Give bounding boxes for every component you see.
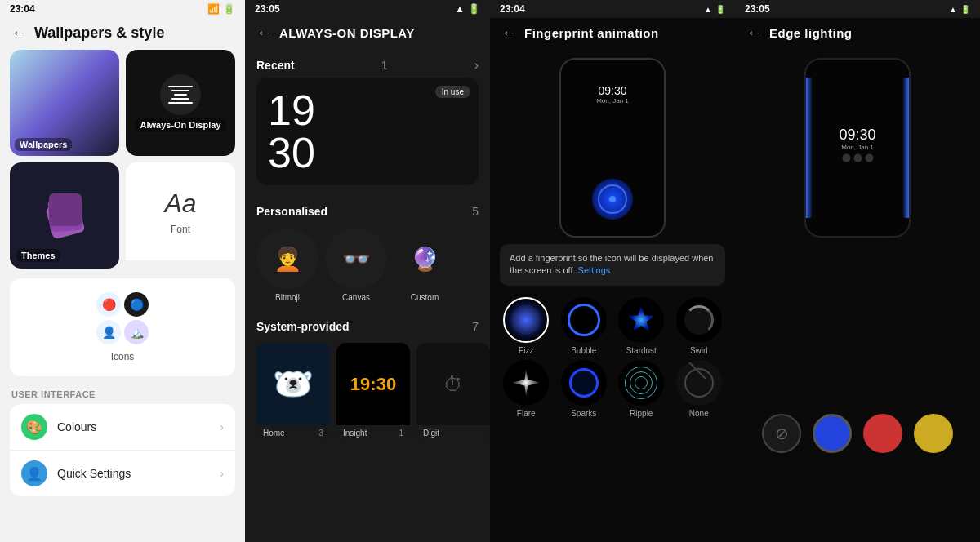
status-bar-4: 23:05 ▲ 🔋 [735,0,980,18]
status-bar-2: 23:05 ▲ 🔋 [245,0,490,18]
panel-title-1: Wallpapers & style [34,24,164,42]
custom-item[interactable]: 🔮 Custom [394,228,456,302]
fizz-label: Fizz [519,346,533,355]
edge-phone-preview: 09:30 Mon, Jan 1 [735,50,980,238]
time-3: 23:04 [500,3,525,15]
digit-card[interactable]: ⏱ Digit [416,343,490,441]
edge-music-icons [839,154,875,162]
none-color-icon: ⊘ [775,424,789,443]
themes-label: Themes [16,249,60,262]
bitmoji-emoji: 🧑‍🦱 [274,246,302,273]
edge-glow-left [806,78,813,219]
themes-icon [42,193,87,238]
bubble-item[interactable]: Bubble [558,297,611,355]
colours-icon: 🎨 [21,414,47,440]
aod-preview-card[interactable]: In use 19 30 [256,78,479,185]
phone-frame: 09:30 Mon, Jan 1 [559,58,666,238]
edge-spacer [735,238,980,401]
stardust-circle [618,297,664,343]
bubble-ring [568,304,600,336]
time-1: 23:04 [10,3,35,15]
music-dot-2 [853,154,862,162]
none-item[interactable]: None [673,360,726,418]
battery-icon: 🔋 [223,3,235,15]
sparks-item[interactable]: Sparks [558,360,611,418]
edge-glow-right [902,78,909,219]
wallpapers-label: Wallpapers [15,138,72,151]
quick-settings-label: Quick Settings [57,467,210,480]
color-gold-option[interactable] [914,414,953,453]
bitmoji-item[interactable]: 🧑‍🦱 Bitmoji [256,228,318,302]
none-label: None [689,409,709,418]
phone-screen: 09:30 Mon, Jan 1 [561,60,664,236]
edge-phone-time: 09:30 [839,127,875,144]
home-card-name: Home [263,429,285,438]
themes-item[interactable]: Themes [10,162,119,269]
quick-settings-menu-item[interactable]: 👤 Quick Settings › [10,451,235,496]
system-section: System-provided 7 🐻‍❄️ Home 3 19:30 [245,312,490,451]
back-button-2[interactable]: ← [256,24,271,42]
icon-bubble-1: 🔴 [96,292,121,317]
phone-time: 09:30 [596,84,629,97]
icon-bubble-2: 🔵 [124,292,149,317]
battery-3: 🔋 [715,5,725,14]
back-button-4[interactable]: ← [746,24,761,42]
colours-menu-item[interactable]: 🎨 Colours › [10,404,235,451]
insight-card[interactable]: 19:30 Insight 1 [336,343,410,441]
recent-label: Recent [256,59,295,72]
grid-bottom: Themes Aa Font [0,162,245,278]
color-red-option[interactable] [863,414,902,453]
aod-item[interactable]: Always-On Display [126,50,235,156]
status-icons-2: ▲ 🔋 [455,3,480,15]
back-button-1[interactable]: ← [11,24,26,42]
status-icons-3: ▲ 🔋 [704,5,725,14]
icons-item[interactable]: 🔴 🔵 👤 🏔️ Icons [10,278,235,376]
fp-dot [609,196,616,202]
menu-list: 🎨 Colours › 👤 Quick Settings › [0,404,245,496]
ripple-circle [618,360,664,406]
home-card[interactable]: 🐻‍❄️ Home 3 [256,343,330,441]
fizz-item[interactable]: Fizz [500,297,553,355]
wifi-icon: 📶 [207,3,220,15]
stardust-item[interactable]: Stardust [615,297,668,355]
none-line [688,362,706,379]
icon-bubble-3: 👤 [96,320,121,344]
back-button-3[interactable]: ← [501,24,516,42]
settings-link[interactable]: Settings [578,265,611,275]
color-selector: ⊘ [735,401,980,466]
aod-clock-display: 19 30 [268,89,467,174]
ripple-item[interactable]: Ripple [615,360,668,418]
canvas-item[interactable]: 👓 Canvas [325,228,387,302]
time-4: 23:05 [745,3,770,15]
signal-3: ▲ [704,5,712,14]
battery-4: 🔋 [960,5,970,14]
sparks-ring [569,368,599,398]
personalised-header: Personalised 5 [245,197,490,223]
swirl-item[interactable]: Swirl [673,297,726,355]
custom-emoji: 🔮 [411,246,439,273]
recent-header: Recent 1 › [245,50,490,78]
tip-text: Add a fingerprint so the icon will be di… [510,252,715,278]
personalised-label: Personalised [256,205,327,218]
custom-name: Custom [411,290,439,302]
system-label: System-provided [256,320,350,333]
edge-phone-date: Mon, Jan 1 [839,144,875,151]
color-blue-option[interactable] [813,414,852,453]
stardust-spikes [626,305,656,335]
font-icon: Aa [164,189,196,219]
font-item[interactable]: Aa Font [126,162,235,269]
phone-time-area: 09:30 Mon, Jan 1 [596,84,629,104]
aod-panel-title: ALWAYS-ON DISPLAY [279,26,415,40]
color-none-option[interactable]: ⊘ [762,414,801,453]
stardust-label: Stardust [626,346,657,355]
edge-screen-content: 09:30 Mon, Jan 1 [839,127,875,162]
insight-card-name: Insight [343,429,367,438]
recent-count: 1 [381,59,388,72]
canvas-name: Canvas [342,290,370,302]
wallpapers-item[interactable]: Wallpapers [10,50,119,156]
home-card-count: 3 [318,429,323,438]
flare-item[interactable]: Flare [500,360,553,418]
system-items: 🐻‍❄️ Home 3 19:30 Insight 1 [245,338,490,446]
quick-settings-chevron: › [220,467,224,480]
personalised-count: 5 [472,205,479,218]
